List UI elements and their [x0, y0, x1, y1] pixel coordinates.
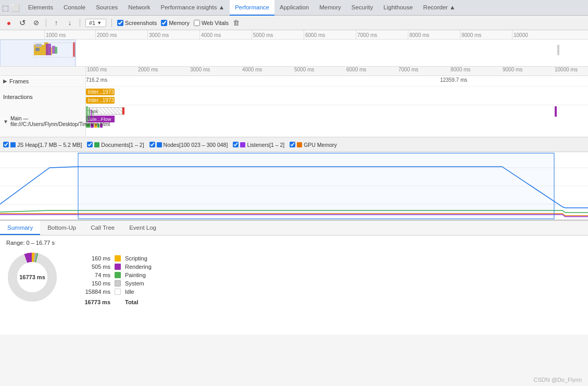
scripting-swatch	[115, 255, 121, 262]
reload-button[interactable]: ↺	[18, 18, 27, 28]
tab-recorder[interactable]: Recorder ▲	[418, 0, 461, 16]
frames-label[interactable]: ▶ Frames	[0, 77, 86, 85]
record-button[interactable]: ●	[4, 18, 14, 28]
tab-elements[interactable]: Elements	[23, 0, 58, 16]
overview-canvas[interactable]	[0, 40, 588, 67]
legend-rendering: 505 ms Rendering	[74, 264, 152, 270]
ruler-tick-7000: 7000 ms	[356, 30, 377, 40]
legend-documents-label: Documents[1 – 2]	[101, 142, 144, 148]
legend-gpumemory[interactable]: GPU Memory	[290, 142, 337, 148]
ruler-tick-6000: 6000 ms	[304, 30, 325, 40]
memory-label: Memory	[169, 20, 190, 26]
legend-painting: 74 ms Painting	[74, 272, 152, 278]
tab-eventlog[interactable]: Event Log	[122, 221, 164, 235]
tab-performance-insights[interactable]: Performance insights ▲	[156, 0, 230, 16]
inspect-icon[interactable]: ⬚	[2, 4, 9, 12]
interaction-chip-1-label: Inter...1973	[88, 89, 114, 95]
legend-idle: 15884 ms Idle	[74, 289, 152, 295]
legend-listeners-checkbox[interactable]	[233, 142, 239, 147]
legend-nodes-dot	[157, 142, 162, 147]
interactions-text: Interactions	[3, 94, 33, 100]
system-swatch	[115, 280, 121, 287]
interactions-label: Interactions	[0, 86, 86, 105]
tab-application[interactable]: Application	[274, 0, 314, 16]
main-ruler-3000: 3000 ms	[190, 67, 210, 72]
main-ruler-9000: 9000 ms	[503, 67, 522, 72]
main-label[interactable]: ▼ Main — file:///C:/Users/Flynn/Desktop/…	[0, 105, 86, 136]
legend-jsheap-checkbox[interactable]	[3, 142, 9, 147]
separator3	[111, 19, 112, 27]
scripting-ms: 160 ms	[74, 255, 110, 262]
clear-button[interactable]: 🗑	[233, 19, 240, 27]
screenshots-label: Screenshots	[125, 20, 157, 26]
legend-jsheap-dot	[10, 142, 16, 147]
tab-calltree[interactable]: Call Tree	[83, 221, 122, 235]
main-content[interactable]: Task Late...Flow	[86, 105, 588, 136]
svg-rect-10	[557, 45, 559, 55]
main-ruler-6000: 6000 ms	[346, 67, 366, 72]
session-label: #1	[89, 20, 95, 26]
webvitals-checkbox-label[interactable]: Web Vitals	[194, 20, 229, 26]
main-timeline: 1000 ms 2000 ms 3000 ms 4000 ms 5000 ms …	[0, 67, 588, 138]
idle-ms: 15884 ms	[74, 289, 110, 295]
legend-nodes-label: Nodes[100 023 – 300 048]	[164, 142, 228, 148]
legend-listeners-label: Listeners[1 – 2]	[247, 142, 284, 148]
donut-label: 16773 ms	[19, 274, 45, 280]
total-label: Total	[125, 299, 138, 305]
memory-checkbox-label[interactable]: Memory	[161, 20, 190, 26]
frames-text: Frames	[9, 78, 29, 84]
upload-button[interactable]: ↑	[52, 18, 61, 28]
legend-gpumemory-checkbox[interactable]	[290, 142, 295, 147]
main-expand-arrow[interactable]: ▼	[3, 119, 8, 124]
tab-sources[interactable]: Sources	[91, 0, 123, 16]
memory-graph[interactable]	[0, 152, 588, 220]
overview-ruler: 1000 ms 2000 ms 3000 ms 4000 ms 5000 ms …	[0, 30, 588, 40]
tab-security[interactable]: Security	[346, 0, 379, 16]
tab-bottomup[interactable]: Bottom-Up	[40, 221, 83, 235]
screenshots-checkbox[interactable]	[117, 20, 123, 26]
frames-value1: 716.2 ms	[86, 77, 107, 83]
legend-gpumemory-dot	[297, 142, 302, 147]
legend-nodes-checkbox[interactable]	[149, 142, 155, 147]
memory-svg	[0, 152, 588, 220]
ruler-tick-2000: 2000 ms	[95, 30, 117, 40]
screenshots-checkbox-label[interactable]: Screenshots	[117, 20, 157, 26]
main-ruler-10000: 10000 ms	[555, 67, 578, 72]
rendering-swatch	[115, 264, 121, 270]
legend-documents-dot	[94, 142, 99, 147]
ruler-tick-10000: 10000	[512, 30, 528, 40]
total-ms: 16773 ms	[74, 299, 110, 305]
legend-documents-checkbox[interactable]	[87, 142, 93, 147]
legend-listeners[interactable]: Listeners[1 – 2]	[233, 142, 284, 148]
main-label-text: Main — file:///C:/Users/Flynn/Desktop/Ti…	[10, 116, 110, 127]
tab-performance[interactable]: Performance	[230, 0, 274, 16]
main-ruler-5000: 5000 ms	[294, 67, 314, 72]
webvitals-checkbox[interactable]	[194, 20, 200, 26]
frames-expand-arrow[interactable]: ▶	[3, 78, 7, 84]
ruler-tick-1000: 1000 ms	[44, 30, 66, 40]
memory-checkbox[interactable]	[161, 20, 167, 26]
interaction-chip-2[interactable]: Inter...1973	[86, 97, 115, 104]
painting-swatch	[115, 272, 121, 278]
ruler-tick-5000: 5000 ms	[252, 30, 273, 40]
frames-content: 716.2 ms 12359.7 ms	[86, 76, 588, 87]
stop-button[interactable]: ⊘	[31, 18, 41, 28]
legend-documents[interactable]: Documents[1 – 2]	[87, 142, 144, 148]
session-selector[interactable]: #1 ▼	[85, 19, 106, 27]
interaction-chip-1[interactable]: Inter...1973	[86, 89, 115, 95]
idle-label: Idle	[125, 289, 134, 295]
frames-track: ▶ Frames 716.2 ms 12359.7 ms	[0, 76, 588, 86]
legend-table: 160 ms Scripting 505 ms Rendering 74 ms …	[74, 251, 152, 305]
tab-memory[interactable]: Memory	[314, 0, 346, 16]
download-button[interactable]: ↓	[65, 18, 74, 28]
interactions-track: Interactions Inter...1973 Inter...1973	[0, 86, 588, 105]
device-icon[interactable]: ⬜	[11, 4, 20, 12]
tab-console[interactable]: Console	[58, 0, 91, 16]
tab-summary[interactable]: Summary	[0, 221, 40, 235]
tab-lighthouse[interactable]: Lighthouse	[378, 0, 418, 16]
legend-jsheap[interactable]: JS Heap[1.7 MB – 5.2 MB]	[3, 142, 82, 148]
webvitals-label: Web Vitals	[202, 20, 229, 26]
tab-network[interactable]: Network	[123, 0, 155, 16]
donut-chart: 16773 ms	[6, 251, 58, 303]
legend-nodes[interactable]: Nodes[100 023 – 300 048]	[149, 142, 228, 148]
